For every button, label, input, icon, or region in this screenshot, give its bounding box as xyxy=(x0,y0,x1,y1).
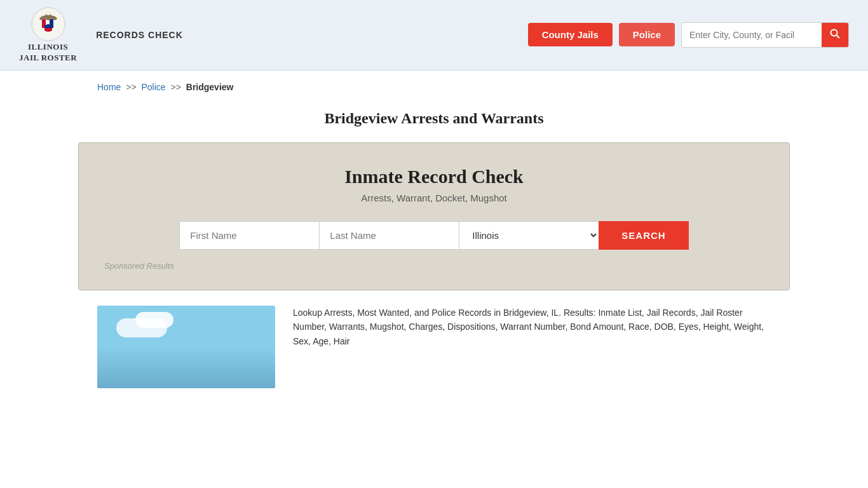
inmate-search-title: Inmate Record Check xyxy=(104,166,764,187)
search-icon xyxy=(830,29,840,39)
header-search-input[interactable] xyxy=(682,24,822,46)
state-seal-icon xyxy=(31,6,66,42)
page-title-area: Bridgeview Arrests and Warrants xyxy=(78,97,790,142)
search-fields: Illinois Alabama Alaska Arizona Arkansas… xyxy=(104,221,764,250)
inmate-search-subtitle: Arrests, Warrant, Docket, Mugshot xyxy=(104,193,764,203)
header-search-button[interactable] xyxy=(822,23,848,47)
header-left: ILLINOIS JAIL ROSTER RECORDS CHECK xyxy=(19,6,183,64)
state-select[interactable]: Illinois Alabama Alaska Arizona Arkansas… xyxy=(459,221,599,250)
header-search-bar xyxy=(681,22,849,48)
breadcrumb-police-link[interactable]: Police xyxy=(142,82,166,92)
inmate-search-section: Inmate Record Check Arrests, Warrant, Do… xyxy=(78,142,790,290)
logo-text: ILLINOIS JAIL ROSTER xyxy=(19,42,77,64)
svg-line-9 xyxy=(837,35,840,38)
last-name-input[interactable] xyxy=(319,221,459,250)
site-header: ILLINOIS JAIL ROSTER RECORDS CHECK Count… xyxy=(0,0,868,71)
inmate-search-button[interactable]: SEARCH xyxy=(599,221,688,250)
breadcrumb-sep1: >> xyxy=(126,82,136,92)
svg-point-7 xyxy=(46,10,51,15)
breadcrumb-home-link[interactable]: Home xyxy=(97,82,121,92)
content-image xyxy=(97,306,275,388)
cloud-decoration-2 xyxy=(135,312,173,328)
county-jails-button[interactable]: County Jails xyxy=(528,23,613,46)
description-text: Lookup Arrests, Most Wanted, and Police … xyxy=(293,306,771,348)
records-check-link[interactable]: RECORDS CHECK xyxy=(96,30,183,40)
svg-point-8 xyxy=(831,29,837,36)
header-right: County Jails Police xyxy=(528,22,849,48)
first-name-input[interactable] xyxy=(179,221,319,250)
logo-link[interactable]: ILLINOIS JAIL ROSTER xyxy=(19,6,77,64)
content-area: Lookup Arrests, Most Wanted, and Police … xyxy=(78,306,790,407)
page-title: Bridgeview Arrests and Warrants xyxy=(97,110,771,127)
breadcrumb-sep2: >> xyxy=(171,82,181,92)
main-wrapper: Home >> Police >> Bridgeview Bridgeview … xyxy=(65,71,803,407)
sponsored-label: Sponsored Results xyxy=(104,261,764,271)
breadcrumb-current: Bridgeview xyxy=(186,82,234,92)
police-button[interactable]: Police xyxy=(619,23,675,46)
breadcrumb: Home >> Police >> Bridgeview xyxy=(78,71,790,97)
